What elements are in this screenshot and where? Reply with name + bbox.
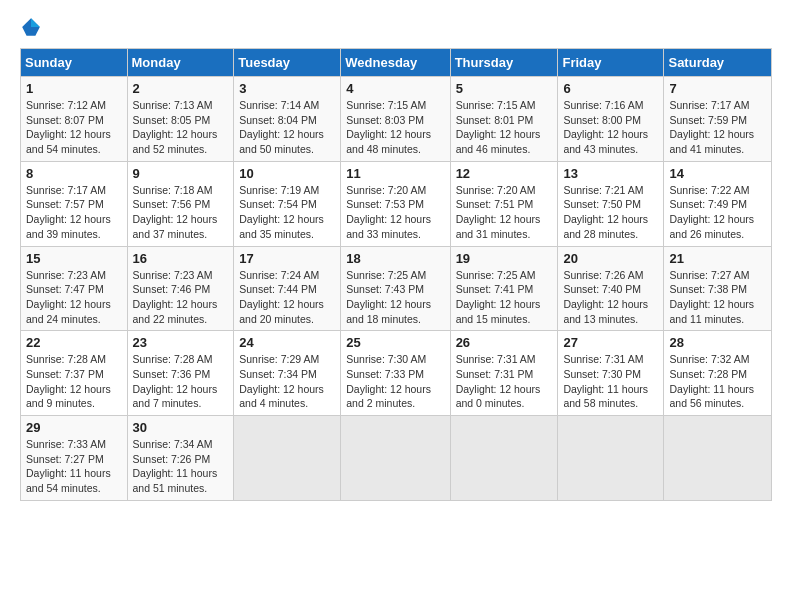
calendar-week-3: 15Sunrise: 7:23 AMSunset: 7:47 PMDayligh…: [21, 246, 772, 331]
day-info: Sunrise: 7:21 AMSunset: 7:50 PMDaylight:…: [563, 183, 658, 242]
day-number: 13: [563, 166, 658, 181]
day-info: Sunrise: 7:14 AMSunset: 8:04 PMDaylight:…: [239, 98, 335, 157]
day-info: Sunrise: 7:20 AMSunset: 7:53 PMDaylight:…: [346, 183, 444, 242]
day-number: 18: [346, 251, 444, 266]
calendar-cell: 20Sunrise: 7:26 AMSunset: 7:40 PMDayligh…: [558, 246, 664, 331]
day-info: Sunrise: 7:15 AMSunset: 8:03 PMDaylight:…: [346, 98, 444, 157]
calendar-cell: 14Sunrise: 7:22 AMSunset: 7:49 PMDayligh…: [664, 161, 772, 246]
day-info: Sunrise: 7:23 AMSunset: 7:47 PMDaylight:…: [26, 268, 122, 327]
day-number: 7: [669, 81, 766, 96]
calendar-cell: 5Sunrise: 7:15 AMSunset: 8:01 PMDaylight…: [450, 77, 558, 162]
day-number: 3: [239, 81, 335, 96]
page: SundayMondayTuesdayWednesdayThursdayFrid…: [0, 0, 792, 511]
calendar-cell: 18Sunrise: 7:25 AMSunset: 7:43 PMDayligh…: [341, 246, 450, 331]
day-number: 11: [346, 166, 444, 181]
calendar-cell: [664, 416, 772, 501]
calendar-header-row: SundayMondayTuesdayWednesdayThursdayFrid…: [21, 49, 772, 77]
calendar-cell: 22Sunrise: 7:28 AMSunset: 7:37 PMDayligh…: [21, 331, 128, 416]
day-number: 30: [133, 420, 229, 435]
day-info: Sunrise: 7:16 AMSunset: 8:00 PMDaylight:…: [563, 98, 658, 157]
day-info: Sunrise: 7:31 AMSunset: 7:31 PMDaylight:…: [456, 352, 553, 411]
day-info: Sunrise: 7:27 AMSunset: 7:38 PMDaylight:…: [669, 268, 766, 327]
day-info: Sunrise: 7:33 AMSunset: 7:27 PMDaylight:…: [26, 437, 122, 496]
day-info: Sunrise: 7:22 AMSunset: 7:49 PMDaylight:…: [669, 183, 766, 242]
day-number: 23: [133, 335, 229, 350]
calendar-cell: [450, 416, 558, 501]
calendar-cell: 4Sunrise: 7:15 AMSunset: 8:03 PMDaylight…: [341, 77, 450, 162]
day-number: 27: [563, 335, 658, 350]
day-info: Sunrise: 7:24 AMSunset: 7:44 PMDaylight:…: [239, 268, 335, 327]
calendar-header-sunday: Sunday: [21, 49, 128, 77]
calendar-cell: 21Sunrise: 7:27 AMSunset: 7:38 PMDayligh…: [664, 246, 772, 331]
calendar-cell: 11Sunrise: 7:20 AMSunset: 7:53 PMDayligh…: [341, 161, 450, 246]
calendar-cell: 7Sunrise: 7:17 AMSunset: 7:59 PMDaylight…: [664, 77, 772, 162]
day-info: Sunrise: 7:26 AMSunset: 7:40 PMDaylight:…: [563, 268, 658, 327]
calendar-cell: [341, 416, 450, 501]
day-number: 21: [669, 251, 766, 266]
calendar-cell: 3Sunrise: 7:14 AMSunset: 8:04 PMDaylight…: [234, 77, 341, 162]
calendar-cell: 23Sunrise: 7:28 AMSunset: 7:36 PMDayligh…: [127, 331, 234, 416]
calendar-cell: 12Sunrise: 7:20 AMSunset: 7:51 PMDayligh…: [450, 161, 558, 246]
calendar-week-5: 29Sunrise: 7:33 AMSunset: 7:27 PMDayligh…: [21, 416, 772, 501]
logo: [20, 16, 46, 38]
calendar-cell: 1Sunrise: 7:12 AMSunset: 8:07 PMDaylight…: [21, 77, 128, 162]
day-info: Sunrise: 7:25 AMSunset: 7:41 PMDaylight:…: [456, 268, 553, 327]
day-number: 10: [239, 166, 335, 181]
calendar-week-4: 22Sunrise: 7:28 AMSunset: 7:37 PMDayligh…: [21, 331, 772, 416]
calendar-cell: [558, 416, 664, 501]
calendar-cell: 28Sunrise: 7:32 AMSunset: 7:28 PMDayligh…: [664, 331, 772, 416]
day-info: Sunrise: 7:18 AMSunset: 7:56 PMDaylight:…: [133, 183, 229, 242]
day-info: Sunrise: 7:12 AMSunset: 8:07 PMDaylight:…: [26, 98, 122, 157]
day-number: 22: [26, 335, 122, 350]
calendar-cell: 2Sunrise: 7:13 AMSunset: 8:05 PMDaylight…: [127, 77, 234, 162]
calendar-cell: 13Sunrise: 7:21 AMSunset: 7:50 PMDayligh…: [558, 161, 664, 246]
calendar-header-tuesday: Tuesday: [234, 49, 341, 77]
day-info: Sunrise: 7:17 AMSunset: 7:57 PMDaylight:…: [26, 183, 122, 242]
day-info: Sunrise: 7:13 AMSunset: 8:05 PMDaylight:…: [133, 98, 229, 157]
day-info: Sunrise: 7:23 AMSunset: 7:46 PMDaylight:…: [133, 268, 229, 327]
day-number: 12: [456, 166, 553, 181]
svg-marker-1: [31, 18, 40, 27]
day-info: Sunrise: 7:28 AMSunset: 7:36 PMDaylight:…: [133, 352, 229, 411]
calendar-cell: 27Sunrise: 7:31 AMSunset: 7:30 PMDayligh…: [558, 331, 664, 416]
day-number: 6: [563, 81, 658, 96]
calendar-cell: 29Sunrise: 7:33 AMSunset: 7:27 PMDayligh…: [21, 416, 128, 501]
day-number: 5: [456, 81, 553, 96]
day-info: Sunrise: 7:20 AMSunset: 7:51 PMDaylight:…: [456, 183, 553, 242]
calendar-cell: 19Sunrise: 7:25 AMSunset: 7:41 PMDayligh…: [450, 246, 558, 331]
day-info: Sunrise: 7:25 AMSunset: 7:43 PMDaylight:…: [346, 268, 444, 327]
day-info: Sunrise: 7:29 AMSunset: 7:34 PMDaylight:…: [239, 352, 335, 411]
calendar-cell: 9Sunrise: 7:18 AMSunset: 7:56 PMDaylight…: [127, 161, 234, 246]
day-number: 16: [133, 251, 229, 266]
calendar-header-wednesday: Wednesday: [341, 49, 450, 77]
calendar-header-friday: Friday: [558, 49, 664, 77]
day-number: 20: [563, 251, 658, 266]
day-number: 29: [26, 420, 122, 435]
calendar-header-thursday: Thursday: [450, 49, 558, 77]
day-number: 9: [133, 166, 229, 181]
day-number: 2: [133, 81, 229, 96]
calendar-cell: 30Sunrise: 7:34 AMSunset: 7:26 PMDayligh…: [127, 416, 234, 501]
day-number: 1: [26, 81, 122, 96]
header: [20, 16, 772, 38]
day-number: 17: [239, 251, 335, 266]
calendar-cell: 8Sunrise: 7:17 AMSunset: 7:57 PMDaylight…: [21, 161, 128, 246]
day-info: Sunrise: 7:28 AMSunset: 7:37 PMDaylight:…: [26, 352, 122, 411]
day-info: Sunrise: 7:19 AMSunset: 7:54 PMDaylight:…: [239, 183, 335, 242]
day-info: Sunrise: 7:15 AMSunset: 8:01 PMDaylight:…: [456, 98, 553, 157]
logo-icon: [20, 16, 42, 38]
day-number: 4: [346, 81, 444, 96]
calendar-cell: 17Sunrise: 7:24 AMSunset: 7:44 PMDayligh…: [234, 246, 341, 331]
calendar-header-saturday: Saturday: [664, 49, 772, 77]
day-info: Sunrise: 7:32 AMSunset: 7:28 PMDaylight:…: [669, 352, 766, 411]
day-number: 14: [669, 166, 766, 181]
day-number: 8: [26, 166, 122, 181]
day-number: 24: [239, 335, 335, 350]
calendar-cell: 15Sunrise: 7:23 AMSunset: 7:47 PMDayligh…: [21, 246, 128, 331]
calendar-cell: 25Sunrise: 7:30 AMSunset: 7:33 PMDayligh…: [341, 331, 450, 416]
day-info: Sunrise: 7:34 AMSunset: 7:26 PMDaylight:…: [133, 437, 229, 496]
calendar: SundayMondayTuesdayWednesdayThursdayFrid…: [20, 48, 772, 501]
day-number: 25: [346, 335, 444, 350]
calendar-week-2: 8Sunrise: 7:17 AMSunset: 7:57 PMDaylight…: [21, 161, 772, 246]
calendar-cell: 6Sunrise: 7:16 AMSunset: 8:00 PMDaylight…: [558, 77, 664, 162]
